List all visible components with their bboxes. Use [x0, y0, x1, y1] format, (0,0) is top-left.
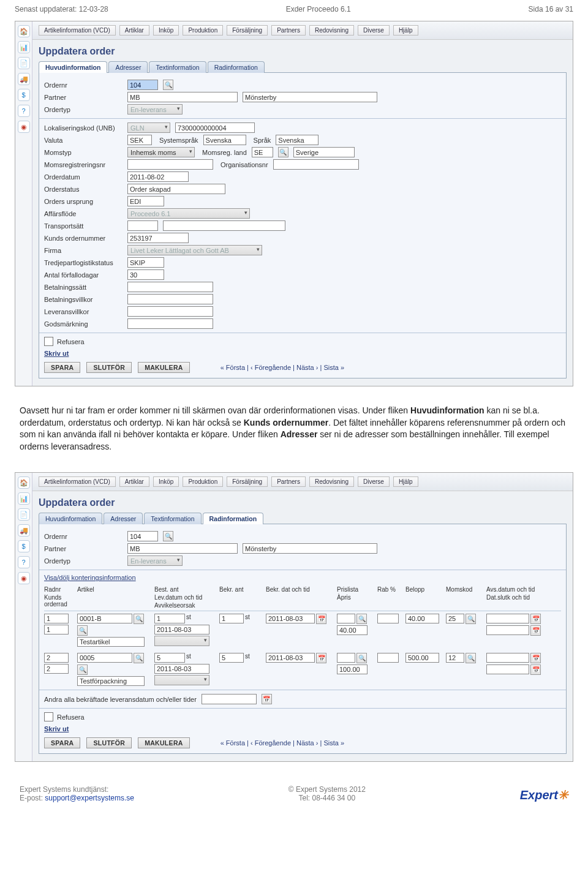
bestant-field[interactable]: 1: [154, 614, 185, 623]
momsregnr-field[interactable]: [127, 159, 213, 170]
home-icon[interactable]: 🏠: [18, 25, 30, 37]
momskod-lookup-icon[interactable]: 🔍: [466, 614, 476, 624]
transportsatt-field[interactable]: [127, 220, 158, 231]
tab-huvudinformation[interactable]: Huvudinformation: [39, 61, 107, 73]
momskod-lookup-icon[interactable]: 🔍: [466, 653, 476, 663]
artikel-lookup-icon[interactable]: 🔍: [134, 653, 144, 663]
row-lookup-icon[interactable]: 🔍: [77, 625, 88, 636]
momskod-field[interactable]: 25: [446, 614, 464, 623]
chart-icon[interactable]: 📊: [18, 492, 30, 505]
record-nav[interactable]: « Första | ‹ Föregående | Nästa › | Sist…: [221, 739, 344, 747]
slutfor-button[interactable]: SLUTFÖR: [86, 362, 132, 373]
menu-redovisning[interactable]: Redovisning: [309, 25, 354, 36]
momsregland-lookup-icon[interactable]: 🔍: [278, 147, 288, 157]
money-icon[interactable]: $: [18, 540, 30, 552]
betalningsvillkor-field[interactable]: [127, 294, 213, 304]
tab-radinformation[interactable]: Radinformation: [203, 513, 264, 524]
tab-radinformation[interactable]: Radinformation: [208, 61, 265, 73]
refusera-checkbox[interactable]: [44, 337, 53, 346]
menu-diverse[interactable]: Diverse: [358, 476, 390, 487]
andra-alla-field[interactable]: [202, 694, 257, 704]
avsdatum-field[interactable]: [486, 614, 529, 623]
bekrant-field[interactable]: 1: [219, 614, 244, 623]
tab-textinformation[interactable]: Textinformation: [144, 513, 201, 524]
record-icon[interactable]: ◉: [18, 121, 30, 133]
bekrdat-field[interactable]: 2011-08-03: [266, 614, 315, 623]
truck-icon[interactable]: 🚚: [18, 524, 30, 536]
bekrdat-field[interactable]: 2011-08-03: [266, 653, 315, 663]
skrivut-link[interactable]: Skriv ut: [44, 725, 69, 732]
ordertyp-select[interactable]: En-leverans: [127, 555, 183, 566]
bestant-field[interactable]: 5: [154, 653, 185, 663]
ordernr-field[interactable]: 104: [127, 531, 158, 541]
godsmarkning-field[interactable]: [127, 318, 213, 329]
menu-produktion[interactable]: Produktion: [183, 25, 223, 36]
lokaliseringskod-select[interactable]: GLN: [127, 122, 170, 133]
firma-select[interactable]: Livet Leker Lättlagat och Gott AB: [127, 245, 262, 255]
kundsordernr-field[interactable]: 253197: [127, 233, 189, 243]
sprak-field[interactable]: Svenska: [276, 135, 318, 145]
menu-redovisning[interactable]: Redovisning: [309, 476, 354, 487]
datslutk-field[interactable]: [486, 664, 529, 674]
calendar-icon[interactable]: 📅: [316, 653, 326, 663]
menu-artikelinfo[interactable]: Artikelinformation (VCD): [39, 476, 116, 487]
bekrant-field[interactable]: 5: [219, 653, 244, 663]
kundsorderrad-field[interactable]: 2: [44, 664, 69, 674]
menu-forsaljning[interactable]: Försäljning: [227, 476, 268, 487]
record-nav[interactable]: « Första | ‹ Föregående | Nästa › | Sist…: [221, 364, 344, 371]
tab-adresser[interactable]: Adresser: [108, 61, 148, 73]
menu-inkop[interactable]: Inköp: [153, 25, 179, 36]
prislista-lookup-icon[interactable]: 🔍: [356, 653, 367, 663]
partner-field[interactable]: MB: [127, 92, 238, 102]
menu-hjalp[interactable]: Hjälp: [393, 476, 418, 487]
calendar-icon[interactable]: 📅: [262, 694, 272, 704]
valuta-field[interactable]: SEK: [127, 135, 152, 145]
skrivut-link[interactable]: Skriv ut: [44, 350, 69, 357]
prislista-field[interactable]: [337, 653, 355, 663]
calendar-icon[interactable]: 📅: [530, 664, 541, 675]
menu-artiklar[interactable]: Artiklar: [119, 476, 149, 487]
menu-partners[interactable]: Partners: [271, 476, 306, 487]
avsdatum-field[interactable]: [486, 653, 529, 663]
slutfor-button[interactable]: SLUTFÖR: [86, 737, 132, 748]
levdatum-field[interactable]: 2011-08-03: [154, 664, 209, 674]
toggle-kontering-link[interactable]: Visa/dölj konteringsinformation: [44, 574, 136, 581]
menu-hjalp[interactable]: Hjälp: [393, 25, 418, 36]
help-icon[interactable]: ?: [18, 556, 30, 568]
menu-partners[interactable]: Partners: [271, 25, 306, 36]
row-lookup-icon[interactable]: 🔍: [77, 664, 88, 675]
artikel-field[interactable]: 0005: [77, 653, 132, 663]
levdatum-field[interactable]: 2011-08-03: [154, 625, 209, 634]
momstyp-select[interactable]: Inhemsk moms: [127, 147, 195, 157]
ordernr-lookup-icon[interactable]: 🔍: [163, 531, 173, 541]
tab-textinformation[interactable]: Textinformation: [149, 61, 206, 73]
doc-icon[interactable]: 📄: [18, 57, 30, 69]
footer-email-link[interactable]: support@expertsystems.se: [45, 794, 134, 802]
calendar-icon[interactable]: 📅: [316, 614, 326, 624]
menu-produktion[interactable]: Produktion: [183, 476, 223, 487]
doc-icon[interactable]: 📄: [18, 508, 30, 521]
refusera-checkbox[interactable]: [44, 712, 53, 721]
partner-field[interactable]: MB: [127, 543, 238, 554]
avvik-select[interactable]: [154, 675, 209, 685]
ordernr-lookup-icon[interactable]: 🔍: [163, 80, 173, 90]
truck-icon[interactable]: 🚚: [18, 73, 30, 85]
chart-icon[interactable]: 📊: [18, 41, 30, 53]
calendar-icon[interactable]: 📅: [530, 653, 541, 663]
tpl-field[interactable]: SKIP: [127, 257, 164, 268]
betalningssatt-field[interactable]: [127, 282, 213, 292]
lokaliseringskod-field[interactable]: 7300000000004: [175, 122, 255, 133]
menu-inkop[interactable]: Inköp: [153, 476, 179, 487]
momsregland-field[interactable]: SE: [252, 147, 273, 157]
help-icon[interactable]: ?: [18, 105, 30, 117]
record-icon[interactable]: ◉: [18, 572, 30, 584]
avvik-select[interactable]: [154, 636, 209, 646]
datslutk-field[interactable]: [486, 625, 529, 635]
artikel-lookup-icon[interactable]: 🔍: [134, 614, 144, 624]
ordertyp-select[interactable]: En-leverans: [127, 104, 183, 115]
calendar-icon[interactable]: 📅: [530, 625, 541, 636]
apris-field[interactable]: 100.00: [337, 664, 368, 674]
kundsorderrad-field[interactable]: 1: [44, 625, 69, 634]
prislista-lookup-icon[interactable]: 🔍: [356, 614, 367, 624]
menu-diverse[interactable]: Diverse: [358, 25, 390, 36]
